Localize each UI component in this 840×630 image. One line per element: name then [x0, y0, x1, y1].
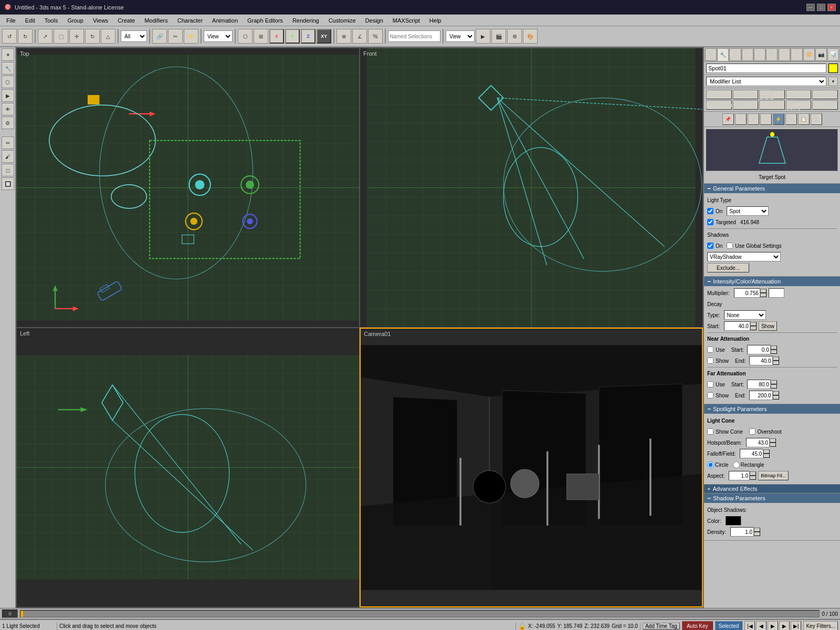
near-end-input[interactable]: 40.0: [749, 356, 773, 365]
named-selections[interactable]: [388, 30, 440, 42]
multiplier-up[interactable]: ▲: [760, 289, 766, 293]
start-input[interactable]: 40.0: [724, 321, 750, 331]
undo-button[interactable]: ↺: [2, 29, 17, 44]
timeline-slider[interactable]: [20, 610, 820, 617]
menu-modifiers[interactable]: Modifiers: [140, 16, 172, 25]
view2-dropdown[interactable]: View: [446, 30, 475, 42]
menu-create[interactable]: Create: [113, 16, 139, 25]
aspect-up[interactable]: ▲: [750, 471, 756, 476]
play-button[interactable]: ▶: [768, 621, 778, 631]
pi-active[interactable]: ⚡: [773, 113, 784, 125]
render-btn[interactable]: ▶: [476, 29, 490, 44]
y-axis-button[interactable]: Y: [285, 29, 300, 44]
draw-icon[interactable]: ✏: [2, 136, 14, 149]
motion-icon[interactable]: ▶: [2, 89, 14, 102]
pi-properties[interactable]: ⬡: [785, 113, 797, 125]
viewport-camera[interactable]: Camera01: [360, 328, 703, 607]
pi-copy[interactable]: 📋: [798, 113, 810, 125]
menu-maxscript[interactable]: MAXScript: [388, 16, 424, 25]
light-color-swatch[interactable]: [769, 288, 784, 298]
pathdeform-btn[interactable]: *PathDeform: [706, 100, 732, 110]
selected-button[interactable]: Selected: [715, 621, 743, 631]
shadow-params-header[interactable]: − Shadow Parameters: [704, 494, 840, 503]
utilities-icon[interactable]: ⚙: [2, 117, 14, 129]
view-dropdown[interactable]: View: [204, 30, 233, 42]
render-type-btn[interactable]: 🎬: [491, 29, 506, 44]
object-name-input[interactable]: Spot01: [706, 64, 826, 73]
falloff-input[interactable]: 45.0: [740, 449, 763, 458]
xy-axis-button[interactable]: XY: [317, 29, 331, 44]
bend-btn[interactable]: Bend: [706, 90, 732, 99]
far-use-checkbox[interactable]: [707, 381, 713, 387]
near-end-down[interactable]: ▼: [773, 361, 779, 365]
menu-tools[interactable]: Tools: [40, 16, 62, 25]
menu-group[interactable]: Group: [63, 16, 88, 25]
close-button[interactable]: ×: [827, 4, 836, 11]
bind-button[interactable]: ⚡: [184, 29, 198, 44]
falloff-up[interactable]: ▲: [763, 449, 770, 454]
viewport-front[interactable]: Front: [360, 48, 703, 328]
array-button[interactable]: ⊞: [254, 29, 268, 44]
timeline-thumb[interactable]: [20, 611, 23, 617]
object-color-swatch[interactable]: [828, 64, 838, 73]
pi-move[interactable]: ↔: [735, 113, 747, 125]
multiplier-input[interactable]: 0.756: [734, 288, 760, 298]
near-start-up[interactable]: ▲: [771, 345, 777, 350]
start-down[interactable]: ▼: [750, 326, 757, 330]
menu-views[interactable]: Views: [89, 16, 112, 25]
exclude-button[interactable]: Exclude...: [707, 263, 749, 272]
z-axis-button[interactable]: Z: [301, 29, 316, 44]
overshoot-checkbox[interactable]: [749, 428, 755, 435]
auto-key-button[interactable]: Auto Key: [682, 621, 713, 631]
render-settings-btn[interactable]: ⚙: [507, 29, 522, 44]
snap-angle-btn[interactable]: ∠: [352, 29, 367, 44]
modifier-list-dropdown[interactable]: Modifier List: [706, 77, 826, 86]
select-button[interactable]: ↗: [38, 29, 52, 44]
select-region-button[interactable]: ⬚: [54, 29, 68, 44]
editmesh-btn[interactable]: Edit Mesh: [812, 100, 838, 110]
menu-animation[interactable]: Animation: [208, 16, 242, 25]
rectangle-radio[interactable]: [733, 461, 740, 468]
filter-dropdown[interactable]: All: [121, 30, 147, 42]
snap-percent-btn[interactable]: %: [368, 29, 383, 44]
menu-design[interactable]: Design: [361, 16, 387, 25]
link-button[interactable]: 🔗: [152, 29, 167, 44]
advanced-effects-header[interactable]: + Advanced Effects: [704, 485, 840, 493]
material-editor-btn[interactable]: 🎨: [523, 29, 538, 44]
density-down[interactable]: ▼: [754, 532, 760, 536]
move-button[interactable]: ✛: [69, 29, 84, 44]
uvwmap-btn[interactable]: UVW Map: [733, 100, 759, 110]
hierarchy-icon[interactable]: ⬡: [2, 76, 14, 88]
redo-button[interactable]: ↻: [18, 29, 33, 44]
viewport-top[interactable]: Top: [16, 48, 360, 328]
far-start-down[interactable]: ▼: [771, 384, 777, 388]
create-tab[interactable]: ✦: [705, 48, 717, 61]
extra-tab4[interactable]: 📷: [815, 48, 827, 61]
near-start-down[interactable]: ▼: [771, 350, 777, 354]
maximize-button[interactable]: □: [817, 4, 825, 11]
modify-tab[interactable]: 🔧: [717, 48, 729, 61]
rotate-button[interactable]: ↻: [85, 29, 100, 44]
utilities-tab[interactable]: ⚙: [766, 48, 778, 61]
x-axis-button[interactable]: X: [269, 29, 284, 44]
bitmap-fit-button[interactable]: Bitmap Fit...: [758, 471, 789, 480]
pi-pin[interactable]: 📌: [722, 113, 734, 125]
light-type-select[interactable]: Spot: [727, 206, 769, 216]
viewport-left[interactable]: Left: [16, 328, 360, 607]
targeted-checkbox[interactable]: [707, 219, 713, 225]
shadows-on-checkbox[interactable]: [707, 243, 713, 249]
far-end-up[interactable]: ▲: [773, 391, 779, 395]
paint-icon[interactable]: 🖌: [2, 150, 14, 163]
hotspot-down[interactable]: ▼: [770, 443, 776, 447]
far-start-input[interactable]: 80.0: [747, 380, 771, 389]
far-start-up[interactable]: ▲: [771, 380, 777, 384]
far-end-input[interactable]: 200.0: [749, 391, 773, 400]
aspect-down[interactable]: ▼: [750, 476, 756, 480]
eraser-icon[interactable]: ◻: [2, 164, 14, 176]
on-checkbox[interactable]: [707, 208, 713, 214]
shadow-type-select[interactable]: VRayShadow: [707, 252, 781, 261]
snap-btn[interactable]: ⊕: [337, 29, 351, 44]
ffd-btn[interactable]: FFD 2x2x2: [759, 90, 785, 99]
pi-scale[interactable]: △: [760, 113, 772, 125]
pi-trash[interactable]: 🗑: [811, 113, 822, 125]
